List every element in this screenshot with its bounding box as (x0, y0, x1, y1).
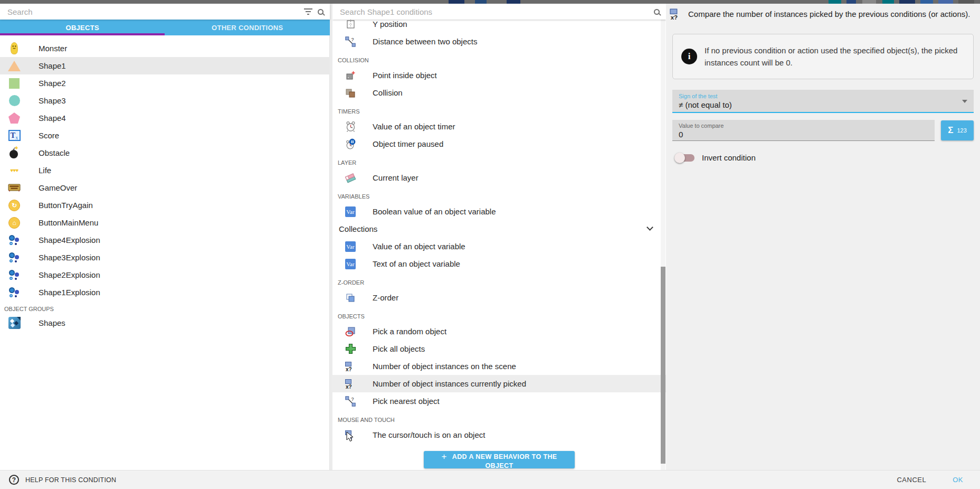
scrollbar-thumb[interactable] (661, 267, 665, 464)
condition-category-header: COLLISION (332, 50, 666, 67)
object-list-item[interactable]: Shape1Explosion (0, 284, 330, 301)
chevron-down-icon (646, 224, 653, 231)
background-fragment (862, 0, 876, 4)
condition-label: Y position (373, 20, 407, 29)
sign-of-test-select[interactable]: Sign of the test ≠ (not equal to) (672, 90, 974, 113)
distance-icon: ? (345, 35, 356, 48)
object-list-item[interactable]: Shape2 (0, 74, 330, 92)
scrollbar[interactable] (661, 20, 665, 470)
help-icon[interactable]: ? (9, 475, 19, 485)
tab-other-conditions[interactable]: OTHER CONDITIONS (165, 20, 330, 35)
plus-icon: + (441, 452, 446, 462)
object-list-item[interactable]: ♥♥♥Life (0, 162, 330, 179)
mouse-cursor (346, 431, 354, 443)
object-list-item[interactable]: Shape4Explosion (0, 231, 330, 249)
background-fragment (899, 0, 915, 4)
condition-category-header: TIMERS (332, 101, 666, 118)
object-label: Shapes (39, 318, 65, 327)
search-icon[interactable] (654, 9, 660, 15)
condition-item[interactable]: Collision (332, 84, 666, 101)
object-list: MonsterShape1Shape2Shape3Shape4TxScoreOb… (0, 35, 330, 470)
object-list-item[interactable]: ⌂ButtonMainMenu (0, 214, 330, 231)
condition-subgroup[interactable]: Collections (332, 220, 666, 238)
add-behavior-button[interactable]: +ADD A NEW BEHAVIOR TO THE OBJECT (424, 451, 575, 468)
bomb-icon (7, 146, 21, 161)
object-list-item[interactable]: Shape3Explosion (0, 249, 330, 266)
object-list-item[interactable]: Obstacle (0, 144, 330, 162)
variable-icon: Var (345, 258, 356, 270)
background-app-strip (0, 0, 980, 4)
condition-item[interactable]: Point inside object (332, 67, 666, 84)
object-list-item[interactable]: Shape4 (0, 109, 330, 127)
condition-details-panel: x? Compare the number of instances picke… (666, 4, 980, 470)
background-fragment (829, 0, 841, 4)
condition-category-header: VARIABLES (332, 186, 666, 203)
instances-count-icon: x? (669, 7, 682, 21)
object-group-item[interactable]: Shapes (0, 314, 330, 332)
help-link[interactable]: HELP FOR THIS CONDITION (25, 476, 116, 484)
condition-item[interactable]: Z-order (332, 289, 666, 306)
info-text: If no previous condition or action used … (705, 44, 965, 69)
layer-icon (345, 172, 356, 184)
instances-count-icon: x? (345, 360, 356, 373)
background-fragment (475, 0, 487, 4)
object-search-input[interactable] (6, 7, 300, 17)
condition-item[interactable]: x?Number of object instances on the scen… (332, 358, 666, 375)
object-list-item[interactable]: TxScore (0, 127, 330, 144)
invert-condition-row[interactable]: Invert condition (673, 153, 756, 162)
object-list-item[interactable]: Monster (0, 40, 330, 57)
condition-search-input[interactable] (339, 7, 649, 17)
cancel-button[interactable]: CANCEL (893, 475, 929, 484)
object-list-item[interactable]: Shape2Explosion (0, 266, 330, 284)
collision-icon (345, 87, 356, 99)
condition-search-bar (332, 4, 666, 20)
timer-paused-icon (345, 138, 356, 151)
condition-item[interactable]: x?Number of object instances currently p… (332, 375, 666, 392)
condition-item[interactable]: ?Pick nearest object (332, 392, 666, 410)
object-list-item[interactable]: GameOver (0, 179, 330, 196)
object-label: Life (39, 166, 51, 175)
y-position-icon (345, 18, 356, 31)
condition-label: Value of an object timer (373, 122, 455, 131)
condition-label: Number of object instances on the scene (373, 362, 516, 371)
object-label: Monster (39, 44, 67, 53)
search-icon[interactable] (318, 9, 324, 15)
value-to-compare-field[interactable]: Value to compare 0 (672, 120, 935, 141)
object-group-icon (7, 316, 21, 331)
filter-icon[interactable] (304, 8, 312, 15)
condition-item[interactable]: VarText of an object variable (332, 255, 666, 272)
chevron-down-icon (962, 100, 967, 103)
object-label: Shape2Explosion (39, 270, 100, 279)
condition-item[interactable]: Current layer (332, 169, 666, 186)
object-label: Score (39, 131, 59, 140)
condition-item[interactable]: ?Distance between two objects (332, 33, 666, 50)
condition-list: Y position?Distance between two objectsC… (332, 15, 666, 468)
background-fragment (882, 0, 894, 4)
background-fragment (507, 0, 520, 4)
subgroup-label: Collections (339, 224, 648, 233)
value-to-compare-value: 0 (679, 130, 928, 139)
pentagon-icon (7, 111, 21, 126)
condition-item[interactable]: Pick a random object (332, 323, 666, 340)
condition-item[interactable]: Pick all objects (332, 340, 666, 358)
condition-item[interactable]: Object timer paused (332, 135, 666, 153)
circle-icon (7, 93, 21, 108)
condition-item[interactable]: VarBoolean value of an object variable (332, 203, 666, 220)
condition-item[interactable]: Value of an object timer (332, 118, 666, 135)
ok-button[interactable]: OK (949, 475, 966, 484)
condition-description-header: x? Compare the number of instances picke… (670, 7, 976, 20)
condition-item[interactable]: VarValue of an object variable (332, 238, 666, 255)
condition-category-header: MOUSE AND TOUCH (332, 410, 666, 426)
condition-category-header: Z-ORDER (332, 272, 666, 289)
condition-item[interactable]: The cursor/touch is on an object (332, 426, 666, 444)
condition-label: Current layer (373, 173, 418, 182)
invert-condition-toggle[interactable] (675, 154, 694, 162)
object-list-item[interactable]: ↻ButtonTryAgain (0, 196, 330, 214)
expression-builder-button[interactable]: Σ 123 (941, 120, 974, 140)
add-behavior-label: ADD A NEW BEHAVIOR TO THE OBJECT (452, 453, 557, 469)
object-list-item[interactable]: Shape3 (0, 92, 330, 109)
object-list-item[interactable]: Shape1 (0, 57, 330, 74)
objects-panel: OBJECTS OTHER CONDITIONS MonsterShape1Sh… (0, 4, 330, 470)
condition-description: Compare the number of instances picked b… (688, 10, 970, 18)
object-label: ButtonTryAgain (39, 201, 93, 210)
